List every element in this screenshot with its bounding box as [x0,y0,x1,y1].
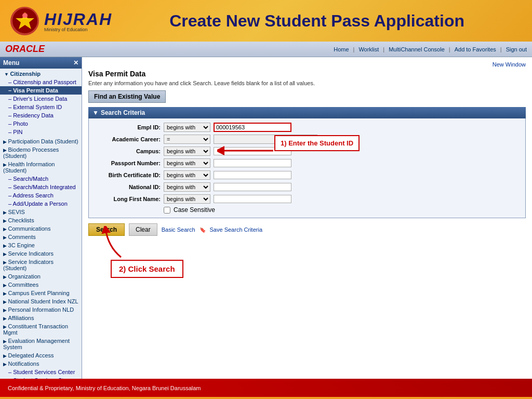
bottom-gradient-bar [0,397,532,399]
empl-id-operator[interactable]: begins with = contains [164,123,210,132]
page-main-title: Create New Student Pass Application [112,11,522,31]
national-id-operator[interactable]: begins with = [164,182,210,192]
app-header: HIJRAH Ministry of Education Create New … [0,0,532,42]
sidebar-group-sevis[interactable]: SEVIS [0,208,82,216]
main-layout: Menu ✕ Citizenship – Citizenship and Pas… [0,57,532,379]
sidebar-link-search-match[interactable]: – Search/Match [0,175,82,183]
nav-home[interactable]: Home [334,46,349,52]
sidebar-link-photo[interactable]: – Photo [0,119,82,128]
passport-input[interactable] [214,159,291,167]
search-criteria-header: ▼ Search Criteria [88,107,526,118]
page-description: Enter any information you have and click… [88,80,526,86]
empl-id-label: Empl ID: [93,124,161,130]
sidebar-group-committees[interactable]: Committees [0,281,82,289]
arrow1-icon [217,143,274,160]
sidebar-group-participation[interactable]: Participation Data (Student) [0,137,82,145]
sidebar-link-search-match-integrated[interactable]: – Search/Match Integrated [0,183,82,191]
footer: Confidential & Proprietary, Ministry of … [0,379,532,397]
annotation-step2: 2) Click Search [111,260,183,278]
sidebar-group-national-student[interactable]: National Student Index NZL [0,297,82,305]
save-search-icon: 🔖 [200,227,206,233]
search-row-birth-cert: Birth Certificate ID: begins with = [93,170,521,180]
logo-icon [10,7,39,35]
save-search-link[interactable]: Save Search Criteria [210,227,263,233]
clear-button[interactable]: Clear [129,223,157,236]
nav-sign-out[interactable]: Sign out [506,46,527,52]
sidebar-link-student-services-student[interactable]: – Student Services Ctr (Student) [0,376,82,379]
sidebar-group-evaluation[interactable]: Evaluation Management System [0,337,82,351]
sidebar-link-residency[interactable]: – Residency Data [0,111,82,119]
passport-operator[interactable]: begins with = [164,158,210,168]
annotation-step1: 1) Enter the Student ID [274,135,360,151]
logo-text: HIJRAH [44,10,112,29]
nav-links: Home | Worklist | MultiChannel Console |… [334,46,527,52]
long-first-name-operator[interactable]: begins with = [164,194,210,204]
sidebar-group-communications[interactable]: Communications [0,224,82,233]
long-first-name-input[interactable] [214,195,291,203]
sidebar-item-citizenship[interactable]: Citizenship [0,70,82,78]
sidebar-group-service-indicators[interactable]: Service Indicators [0,249,82,258]
sidebar-link-student-services[interactable]: – Student Services Center [0,368,82,376]
campus-label: Campus: [93,148,161,154]
sidebar-group-constituent[interactable]: Constituent Transaction Mgmt [0,322,82,337]
sidebar-group-3c-engine[interactable]: 3C Engine [0,241,82,249]
birth-cert-operator[interactable]: begins with = [164,170,210,180]
sidebar-link-visa-permit[interactable]: – Visa Permit Data [0,86,82,95]
sidebar-group-service-indicators-student[interactable]: Service Indicators (Student) [0,258,82,272]
sidebar-link-drivers-license[interactable]: – Driver's License Data [0,95,82,103]
logo-area: HIJRAH Ministry of Education [10,7,112,35]
academic-career-label: Academic Career: [93,136,161,142]
academic-career-operator[interactable]: = begins with [164,135,210,144]
national-id-input[interactable] [214,183,291,191]
search-criteria-label: Search Criteria [101,109,145,116]
page-title: Visa Permit Data [88,70,526,78]
case-sensitive-row: Case Sensitive [164,206,521,214]
search-row-passport: Passport Number: begins with = [93,158,521,168]
nav-add-favorites[interactable]: Add to Favorites [455,46,496,52]
action-buttons: Search Clear Basic Search 🔖 Save Search … [88,223,526,236]
birth-cert-label: Birth Certificate ID: [93,172,161,178]
find-existing-button[interactable]: Find an Existing Value [88,90,166,103]
sidebar-group-affiliations[interactable]: Affiliations [0,314,82,322]
campus-operator[interactable]: begins with = [164,147,210,156]
basic-search-link[interactable]: Basic Search [162,227,195,233]
arrow2-icon [100,226,131,261]
sidebar-group-checklists[interactable]: Checklists [0,216,82,224]
oracle-navbar: ORACLE Home | Worklist | MultiChannel Co… [0,42,532,57]
sidebar-link-citizenship-passport[interactable]: – Citizenship and Passport [0,78,82,86]
collapse-icon[interactable]: ▼ [92,109,99,116]
case-sensitive-checkbox[interactable] [164,207,170,214]
nav-multichannel[interactable]: MultiChannel Console [389,46,445,52]
sidebar-header: Menu ✕ [0,57,82,69]
nav-worklist[interactable]: Worklist [358,46,379,52]
search-row-long-first-name: Long First Name: begins with = [93,194,521,204]
sidebar: Menu ✕ Citizenship – Citizenship and Pas… [0,57,82,379]
passport-label: Passport Number: [93,160,161,166]
sidebar-link-add-update-person[interactable]: – Add/Update a Person [0,200,82,208]
sidebar-link-external-system[interactable]: – External System ID [0,103,82,111]
new-window-link[interactable]: New Window [493,61,526,68]
sidebar-citizenship-section: Citizenship – Citizenship and Passport –… [0,69,82,137]
sidebar-link-pin[interactable]: – PIN [0,128,82,136]
sidebar-group-campus-event[interactable]: Campus Event Planning [0,289,82,297]
new-window-area: New Window [88,61,526,68]
sidebar-group-comments[interactable]: Comments [0,233,82,241]
content-area: New Window Visa Permit Data Enter any in… [82,57,532,379]
search-criteria-panel: ▼ Search Criteria Empl ID: begins with =… [88,107,526,218]
sidebar-group-biodemo[interactable]: Biodemo Processes (Student) [0,145,82,160]
sidebar-group-delegated[interactable]: Delegated Access [0,351,82,360]
sidebar-menu-label: Menu [3,59,19,66]
sidebar-group-health[interactable]: Health Information (Student) [0,160,82,175]
footer-text: Confidential & Proprietary, Ministry of … [8,385,201,391]
search-criteria-body: Empl ID: begins with = contains Academic… [88,118,526,218]
oracle-logo: ORACLE [5,44,45,55]
sidebar-group-notifications[interactable]: Notifications [0,360,82,368]
long-first-name-label: Long First Name: [93,196,161,202]
sidebar-group-personal-info[interactable]: Personal Information NLD [0,305,82,314]
sidebar-group-organization[interactable]: Organization [0,272,82,281]
svg-point-2 [22,13,28,18]
empl-id-input[interactable] [214,123,291,132]
sidebar-collapse-icon[interactable]: ✕ [73,59,78,66]
birth-cert-input[interactable] [214,171,291,179]
sidebar-link-address-search[interactable]: – Address Search [0,191,82,200]
